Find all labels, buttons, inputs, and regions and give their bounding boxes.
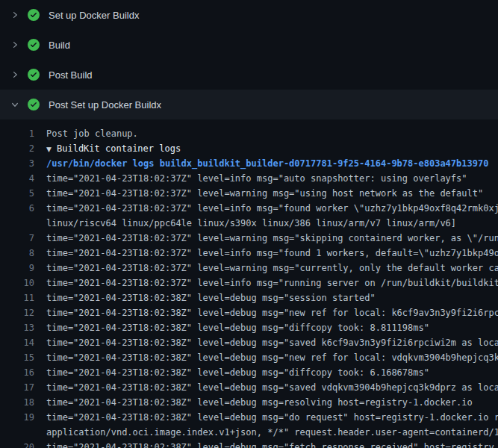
- log-line: 20time="2021-04-23T18:02:38Z" level=debu…: [0, 440, 498, 448]
- line-number[interactable]: 20: [0, 440, 34, 448]
- step-section-header[interactable]: Build: [0, 30, 498, 60]
- log-line: linux/riscv64 linux/ppc64le linux/s390x …: [0, 216, 498, 231]
- line-number[interactable]: 3: [0, 156, 34, 171]
- log-text: application/vnd.oci.image.index.v1+json,…: [34, 425, 498, 440]
- log-text: time="2021-04-23T18:02:37Z" level=warnin…: [34, 231, 498, 246]
- line-number[interactable]: 4: [0, 171, 34, 186]
- step-section-label: Set up Docker Buildx: [46, 10, 139, 21]
- chevron-right-icon[interactable]: [9, 69, 21, 81]
- line-number[interactable]: 5: [0, 186, 34, 201]
- log-line: 9time="2021-04-23T18:02:37Z" level=warni…: [0, 261, 498, 276]
- log-command-text: /usr/bin/docker logs buildx_buildkit_bui…: [34, 156, 498, 171]
- log-text: time="2021-04-23T18:02:38Z" level=debug …: [34, 350, 498, 365]
- log-text: time="2021-04-23T18:02:37Z" level=info m…: [34, 276, 498, 290]
- log-text: time="2021-04-23T18:02:37Z" level=info m…: [34, 246, 498, 261]
- log-line: 6time="2021-04-23T18:02:37Z" level=info …: [0, 201, 498, 216]
- chevron-right-icon[interactable]: [9, 9, 21, 21]
- chevron-down-icon[interactable]: [9, 99, 21, 111]
- log-line: 16time="2021-04-23T18:02:38Z" level=debu…: [0, 365, 498, 380]
- step-section-label: Post Set up Docker Buildx: [46, 99, 161, 111]
- group-toggle-icon[interactable]: ▼: [46, 142, 57, 156]
- line-number[interactable]: 6: [0, 201, 34, 216]
- line-number[interactable]: 1: [0, 126, 34, 141]
- log-text: time="2021-04-23T18:02:37Z" level=warnin…: [34, 261, 498, 276]
- group-label[interactable]: BuildKit container logs: [57, 143, 181, 154]
- check-circle-icon: [28, 69, 40, 81]
- log-line: 3/usr/bin/docker logs buildx_buildkit_bu…: [0, 156, 498, 171]
- log-line: 2▼BuildKit container logs: [0, 141, 498, 156]
- line-number[interactable]: 8: [0, 246, 34, 261]
- line-number: [0, 216, 34, 231]
- line-number: [0, 425, 34, 440]
- log-text: time="2021-04-23T18:02:38Z" level=debug …: [34, 410, 498, 425]
- log-panel: 1Post job cleanup.2▼BuildKit container l…: [0, 119, 498, 448]
- step-section-label: Build: [46, 40, 70, 51]
- steps-list: Set up Docker BuildxBuildPost BuildPost …: [0, 0, 498, 119]
- line-number[interactable]: 17: [0, 380, 34, 395]
- log-text: time="2021-04-23T18:02:38Z" level=debug …: [34, 395, 498, 410]
- log-line: 7time="2021-04-23T18:02:37Z" level=warni…: [0, 231, 498, 246]
- log-line: 19time="2021-04-23T18:02:38Z" level=debu…: [0, 410, 498, 425]
- log-line: 4time="2021-04-23T18:02:37Z" level=info …: [0, 171, 498, 186]
- step-section-header[interactable]: Post Set up Docker Buildx: [0, 90, 498, 119]
- line-number[interactable]: 11: [0, 290, 34, 305]
- log-text: time="2021-04-23T18:02:37Z" level=warnin…: [34, 186, 498, 201]
- log-line: 11time="2021-04-23T18:02:38Z" level=debu…: [0, 290, 498, 305]
- log-text: time="2021-04-23T18:02:38Z" level=debug …: [34, 290, 498, 305]
- log-text: time="2021-04-23T18:02:38Z" level=debug …: [34, 365, 498, 380]
- log-text: time="2021-04-23T18:02:38Z" level=debug …: [34, 305, 498, 320]
- log-line: 10time="2021-04-23T18:02:37Z" level=info…: [0, 276, 498, 290]
- log-text: time="2021-04-23T18:02:37Z" level=info m…: [34, 201, 498, 216]
- step-section-header[interactable]: Post Build: [0, 60, 498, 90]
- log-text: time="2021-04-23T18:02:38Z" level=debug …: [34, 335, 498, 350]
- log-line: 14time="2021-04-23T18:02:38Z" level=debu…: [0, 335, 498, 350]
- log-line: 12time="2021-04-23T18:02:38Z" level=debu…: [0, 305, 498, 320]
- log-text: time="2021-04-23T18:02:38Z" level=debug …: [34, 320, 498, 335]
- chevron-right-icon[interactable]: [9, 39, 21, 51]
- line-number[interactable]: 13: [0, 320, 34, 335]
- step-section-header[interactable]: Set up Docker Buildx: [0, 0, 498, 30]
- line-number[interactable]: 10: [0, 276, 34, 290]
- log-line: 5time="2021-04-23T18:02:37Z" level=warni…: [0, 186, 498, 201]
- line-number[interactable]: 7: [0, 231, 34, 246]
- line-number[interactable]: 16: [0, 365, 34, 380]
- log-group-header[interactable]: ▼BuildKit container logs: [34, 141, 498, 156]
- check-circle-icon: [28, 99, 40, 111]
- log-text: time="2021-04-23T18:02:38Z" level=debug …: [34, 440, 498, 448]
- line-number[interactable]: 2: [0, 141, 34, 156]
- log-line: 1Post job cleanup.: [0, 126, 498, 141]
- step-section-label: Post Build: [46, 69, 93, 81]
- line-number[interactable]: 15: [0, 350, 34, 365]
- log-text: time="2021-04-23T18:02:37Z" level=info m…: [34, 171, 498, 186]
- line-number[interactable]: 12: [0, 305, 34, 320]
- line-number[interactable]: 18: [0, 395, 34, 410]
- log-line: 8time="2021-04-23T18:02:37Z" level=info …: [0, 246, 498, 261]
- log-text: time="2021-04-23T18:02:38Z" level=debug …: [34, 380, 498, 395]
- log-text: Post job cleanup.: [34, 126, 498, 141]
- line-number[interactable]: 19: [0, 410, 34, 425]
- line-number[interactable]: 14: [0, 335, 34, 350]
- log-line: application/vnd.oci.image.index.v1+json,…: [0, 425, 498, 440]
- check-circle-icon: [28, 39, 40, 51]
- line-number[interactable]: 9: [0, 261, 34, 276]
- workflow-log-viewer: Set up Docker BuildxBuildPost BuildPost …: [0, 0, 498, 448]
- log-line: 17time="2021-04-23T18:02:38Z" level=debu…: [0, 380, 498, 395]
- log-text: linux/riscv64 linux/ppc64le linux/s390x …: [34, 216, 498, 231]
- log-line: 13time="2021-04-23T18:02:38Z" level=debu…: [0, 320, 498, 335]
- log-line: 18time="2021-04-23T18:02:38Z" level=debu…: [0, 395, 498, 410]
- log-line: 15time="2021-04-23T18:02:38Z" level=debu…: [0, 350, 498, 365]
- check-circle-icon: [28, 9, 40, 21]
